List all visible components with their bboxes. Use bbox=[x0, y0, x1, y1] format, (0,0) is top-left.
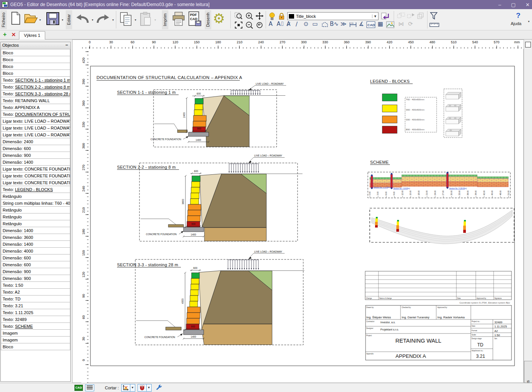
cad-export-icon[interactable]: CAD bbox=[74, 385, 83, 391]
filter-icon[interactable] bbox=[430, 12, 438, 20]
chevron-down-icon[interactable]: ▼ bbox=[372, 14, 378, 18]
tab-properties[interactable]: Propriedades bbox=[524, 361, 532, 383]
list-item[interactable]: Texto: 1.11.2025 bbox=[1, 309, 70, 316]
collapse-panel-icon[interactable]: – bbox=[65, 42, 68, 47]
spline-icon[interactable]: B∿ bbox=[330, 21, 339, 27]
new-file-icon[interactable] bbox=[10, 11, 21, 25]
list-item[interactable]: Ligar texto: LIVE LOAD – ROADWAY bbox=[1, 117, 70, 125]
wrench-icon[interactable] bbox=[155, 384, 162, 392]
drawing-svg[interactable]: DOCUMENTATION OF STRUCTURAL CALCULATION … bbox=[81, 49, 524, 383]
paste-icon[interactable] bbox=[139, 11, 153, 27]
text-box-icon[interactable]: A⌷ bbox=[277, 21, 284, 27]
cad-import-icon[interactable]: CAD bbox=[366, 21, 375, 28]
minimize-icon[interactable]: – bbox=[499, 2, 501, 8]
line-icon[interactable]: ∕ bbox=[296, 21, 298, 27]
save-icon[interactable] bbox=[46, 11, 60, 26]
chevron-down-icon[interactable]: ▼ bbox=[147, 384, 152, 392]
polygon-icon[interactable] bbox=[321, 22, 328, 28]
crop-axis-icon[interactable] bbox=[121, 384, 130, 392]
list-item[interactable]: Ligar texto: CONCRETE FOUNDATION bbox=[1, 165, 70, 172]
list-item[interactable]: String com múltiplas linhas: T60 - 400x6… bbox=[1, 199, 70, 207]
zoom-previous-icon[interactable] bbox=[255, 21, 264, 29]
zoom-window-icon[interactable] bbox=[234, 12, 243, 20]
list-item[interactable]: Dimensão: 1400 bbox=[1, 240, 70, 248]
chevron-down-icon[interactable]: ▾ bbox=[91, 18, 94, 22]
help-icon[interactable]: ? bbox=[516, 11, 521, 20]
list-item[interactable]: Dimensão: 2400 bbox=[1, 138, 70, 145]
list-item[interactable]: Texto: SECTION 3-3 - stationing 28 m bbox=[1, 90, 70, 97]
add-sheet-icon[interactable]: + bbox=[3, 31, 6, 38]
list-item[interactable]: Ligar texto: CONCRETE FOUNDATION bbox=[1, 172, 70, 179]
redo-icon[interactable] bbox=[96, 13, 110, 24]
list-item[interactable]: Imagem bbox=[1, 329, 70, 337]
list-item[interactable]: Bloco bbox=[1, 49, 70, 56]
chevron-down-icon[interactable]: ▾ bbox=[111, 18, 115, 22]
list-item[interactable]: Retângulo bbox=[1, 193, 70, 200]
print-icon[interactable] bbox=[172, 11, 185, 27]
help-label[interactable]: Ajuda bbox=[511, 21, 521, 26]
magnet-icon[interactable] bbox=[138, 384, 147, 392]
pan-icon[interactable] bbox=[255, 12, 264, 20]
chevron-down-icon[interactable]: ▾ bbox=[527, 20, 530, 23]
list-item[interactable]: Dimensão: 900 bbox=[1, 275, 70, 282]
zoom-in-icon[interactable] bbox=[245, 12, 254, 20]
list-item[interactable]: Retângulo bbox=[1, 206, 70, 213]
list-item[interactable]: Texto: LEGEND - BLOCKS bbox=[1, 186, 70, 193]
list-item[interactable]: Dimensão: 600 bbox=[1, 261, 70, 268]
list-item[interactable]: Texto: 32489 bbox=[1, 316, 70, 323]
copy-icon[interactable] bbox=[119, 11, 133, 27]
list-item[interactable]: Texto: SCHEME bbox=[1, 322, 70, 330]
list-item[interactable]: Texto: 1:50 bbox=[1, 281, 70, 289]
list-item[interactable]: Texto: A2 bbox=[1, 288, 70, 296]
text-icon[interactable]: A bbox=[269, 21, 272, 27]
list-item[interactable]: Imagem bbox=[1, 336, 70, 343]
list-item[interactable]: Texto: SECTION 2-2 - stationing 8 m bbox=[1, 83, 70, 90]
list-item[interactable]: Dimensão: 4000 bbox=[1, 247, 70, 254]
list-item[interactable]: Dimensão: 900 bbox=[1, 268, 70, 275]
maximize-icon[interactable]: ▢ bbox=[511, 2, 516, 8]
list-item[interactable]: Retângulo bbox=[1, 220, 70, 227]
image-icon[interactable] bbox=[386, 21, 394, 28]
zoom-extents-icon[interactable] bbox=[234, 21, 243, 29]
rectangle-icon[interactable]: ▭ bbox=[312, 21, 318, 27]
list-item[interactable]: Ligar texto: LIVE LOAD – ROADWAY bbox=[1, 131, 70, 138]
chevron-down-icon[interactable]: ▾ bbox=[38, 18, 42, 22]
list-item[interactable]: Ligar texto: CONCRETE FOUNDATION bbox=[1, 179, 70, 186]
list-settings-icon[interactable] bbox=[85, 384, 94, 391]
move-to-layer-icon[interactable] bbox=[381, 12, 389, 21]
chevron-down-icon[interactable]: ▾ bbox=[61, 18, 64, 22]
list-item[interactable]: Texto: 3.21 bbox=[1, 302, 70, 309]
drawing-canvas-area[interactable]: mm 0306090120150180210240270300330360390… bbox=[72, 40, 524, 383]
table-icon[interactable]: ▦ bbox=[378, 21, 383, 27]
list-item[interactable]: Dimensão: 3600 bbox=[1, 234, 70, 241]
list-item[interactable]: Texto: APPENDIX A bbox=[1, 104, 70, 111]
list-item[interactable]: Texto: DOCUMENTATION OF STRUCTURAL CALCU… bbox=[1, 111, 70, 118]
close-icon[interactable]: ✕ bbox=[526, 2, 530, 8]
list-item[interactable]: Bloco bbox=[1, 56, 70, 63]
list-item[interactable]: Dimensão: 600 bbox=[1, 254, 70, 261]
tab-vykres-1[interactable]: Výkres 1 bbox=[19, 31, 45, 40]
list-item[interactable]: Bloco bbox=[1, 343, 70, 350]
list-item[interactable]: Ligar texto: LIVE LOAD – ROADWAY bbox=[1, 124, 70, 131]
list-item[interactable]: Dimensão: 600 bbox=[1, 145, 70, 152]
chevron-down-icon[interactable]: ▼ bbox=[130, 384, 135, 392]
open-icon[interactable] bbox=[24, 12, 38, 24]
list-item[interactable]: Texto: SECTION 1-1 - stationing 1 m bbox=[1, 76, 70, 84]
settings-gear-icon[interactable]: ⚙ bbox=[213, 11, 225, 26]
chevron-down-icon[interactable]: ▾ bbox=[134, 18, 137, 22]
measure-ruler-icon[interactable] bbox=[429, 22, 439, 27]
list-item[interactable]: Texto: RETAINING WALL bbox=[1, 97, 70, 104]
pdf-cad-icon[interactable]: PDF CAD bbox=[188, 11, 202, 27]
list-item[interactable]: Dimensão: 900 bbox=[1, 152, 70, 159]
leader-text-icon[interactable]: A̷ bbox=[287, 21, 290, 27]
list-item[interactable]: Dimensão: 1400 bbox=[1, 158, 70, 166]
symbol-arrows-icon[interactable]: ≫ bbox=[340, 21, 347, 27]
list-item[interactable]: Bloco bbox=[1, 70, 70, 77]
close-sheet-icon[interactable]: ✕ bbox=[11, 32, 16, 38]
layer-combobox[interactable]: Title_block ▼ bbox=[287, 12, 378, 20]
dimension-icon[interactable]: 11 bbox=[349, 21, 357, 28]
visibility-bulb-icon[interactable] bbox=[269, 12, 276, 21]
panel-expand-icon[interactable] bbox=[525, 42, 531, 47]
undo-icon[interactable] bbox=[75, 13, 90, 24]
circle-icon[interactable]: ⊙ bbox=[304, 21, 309, 27]
